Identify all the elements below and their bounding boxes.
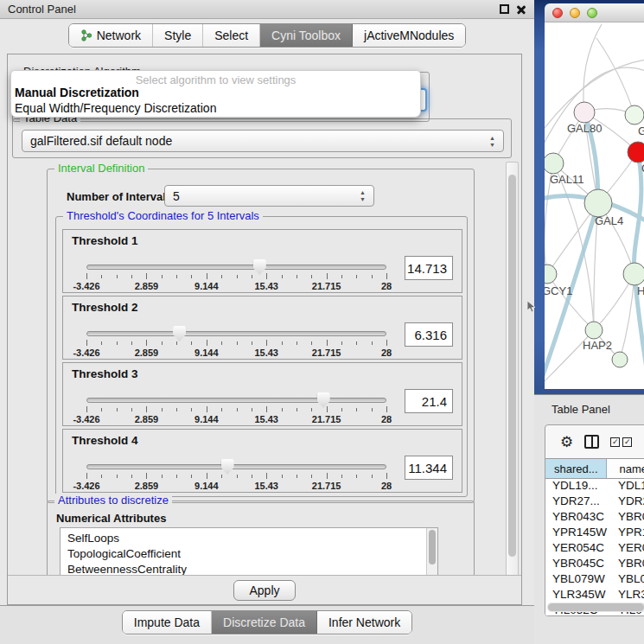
slider-track[interactable] <box>86 398 386 403</box>
checkbox-icon[interactable]: ✓ <box>610 437 620 447</box>
network-node[interactable] <box>585 322 603 339</box>
table-body: YDL19...YDL1YDR27...YDR2YBR043CYBR0YPR14… <box>545 479 644 616</box>
table-data-combo[interactable]: galFiltered.sif default node ▲▼ <box>22 130 504 152</box>
combo-stepper-icon: ▲▼ <box>360 189 366 202</box>
scale-label: 21.715 <box>312 281 341 291</box>
table-row[interactable]: YPR145WYPR1 <box>545 526 644 541</box>
tab-infer-network[interactable]: Infer Network <box>317 611 411 634</box>
node-label: GAL80 <box>567 122 602 135</box>
network-node[interactable] <box>545 265 557 284</box>
scale-label: 2.859 <box>135 348 159 358</box>
table-cell[interactable]: YBR045C <box>545 557 609 572</box>
algorithm-option-manual[interactable]: Manual Discretization <box>11 85 420 100</box>
table-header-cell-name[interactable]: name <box>607 459 644 478</box>
scale-label: 2.859 <box>135 281 159 291</box>
table-row[interactable]: YER054CYER0 <box>545 541 644 557</box>
scale-label: 9.144 <box>194 348 219 358</box>
list-scrollbar[interactable] <box>426 528 437 577</box>
network-node[interactable] <box>625 105 644 124</box>
table-cell[interactable]: YBR0 <box>609 557 644 572</box>
network-node[interactable] <box>623 263 644 285</box>
scrollbar-thumb[interactable] <box>508 175 516 557</box>
combo-stepper-icon: ▲▼ <box>489 135 495 148</box>
network-icon <box>80 29 92 41</box>
table-row[interactable]: YLR345WYLR3 <box>545 588 644 603</box>
table-cell[interactable]: YBR0 <box>609 510 644 526</box>
scale-label: -3.426 <box>73 348 99 358</box>
traffic-light-minimize-icon[interactable] <box>570 8 580 18</box>
table-cell[interactable]: YER054C <box>545 541 609 557</box>
table-cell[interactable]: YER0 <box>609 541 644 557</box>
right-pane: GAL80 GA C GAL11 GAL4 GCY1 H HAP2 Table … <box>534 0 644 644</box>
network-window-frame: GAL80 GA C GAL11 GAL4 GCY1 H HAP2 <box>534 0 644 394</box>
vertical-scrollbar[interactable] <box>506 162 519 577</box>
tab-discretize-data[interactable]: Discretize Data <box>212 611 317 634</box>
slider-track[interactable] <box>86 464 386 469</box>
threshold-value-field[interactable]: 21.4 <box>405 389 453 413</box>
checkbox-icon[interactable]: ✓ <box>622 437 632 447</box>
threshold-value-field[interactable]: 11.344 <box>405 456 453 480</box>
number-of-intervals-combo[interactable]: 5 ▲▼ <box>164 185 374 207</box>
tab-select[interactable]: Select <box>203 24 260 47</box>
table-row[interactable]: YBL079WYBL0 <box>545 572 644 588</box>
network-canvas[interactable]: GAL80 GA C GAL11 GAL4 GCY1 H HAP2 <box>545 22 644 389</box>
table-row[interactable]: YBR045CYBR0 <box>545 557 644 572</box>
traffic-light-close-icon[interactable] <box>552 8 563 18</box>
table-panel-box: ⚙ ✓ ✓ shared... name YDL19...YDL1YDR27..… <box>545 424 644 616</box>
table-cell[interactable]: YLR3 <box>609 588 644 603</box>
table-cell[interactable]: YDL1 <box>609 479 644 494</box>
float-window-icon[interactable] <box>500 4 509 14</box>
scale-label: 2.859 <box>135 414 159 424</box>
horizontal-scrollbar[interactable] <box>547 603 644 612</box>
threshold-value-field[interactable]: 14.713 <box>405 256 453 280</box>
table-cell[interactable]: YPR145W <box>545 526 609 541</box>
table-cell[interactable]: YBL079W <box>545 572 609 588</box>
gear-icon[interactable]: ⚙ <box>560 435 573 450</box>
tab-cyni-toolbox[interactable]: Cyni Toolbox <box>260 24 353 47</box>
threshold-2-panel: Threshold 2 -3.4262.8599.14415.4321.7152… <box>62 296 462 360</box>
tab-style[interactable]: Style <box>153 24 203 47</box>
close-icon[interactable] <box>516 4 526 15</box>
table-cell[interactable]: YDR2 <box>609 494 644 510</box>
tab-network[interactable]: Network <box>69 24 153 47</box>
table-cell[interactable]: YLR345W <box>545 588 609 603</box>
apply-button[interactable]: Apply <box>233 580 295 601</box>
table-row[interactable]: YDR27...YDR2 <box>545 494 644 510</box>
network-node[interactable] <box>574 102 595 123</box>
tab-cyni-toolbox-label: Cyni Toolbox <box>271 29 341 42</box>
table-cell[interactable]: YDR27... <box>545 494 609 510</box>
network-node[interactable] <box>545 153 564 174</box>
threshold-value-field[interactable]: 6.316 <box>405 322 453 347</box>
list-item[interactable]: TopologicalCoefficient <box>61 546 437 562</box>
scale-label: 28 <box>381 481 392 491</box>
tab-impute-data[interactable]: Impute Data <box>123 611 212 634</box>
slider-track[interactable] <box>86 331 386 336</box>
slider-scale: -3.4262.8599.14415.4321.71528 <box>86 481 386 491</box>
table-cell[interactable]: YDL19... <box>545 479 609 494</box>
algorithm-option-equal-width[interactable]: Equal Width/Frequency Discretization <box>11 100 420 116</box>
slider-track[interactable] <box>86 265 386 270</box>
tab-jactivemnodules-label: jActiveMNodules <box>364 29 454 42</box>
tab-style-label: Style <box>164 29 191 42</box>
slider-scale: -3.4262.8599.14415.4321.71528 <box>86 281 386 291</box>
table-cell[interactable]: YBR043C <box>545 510 609 526</box>
network-node[interactable] <box>612 352 628 367</box>
traffic-light-zoom-icon[interactable] <box>587 8 597 18</box>
scrollbar-thumb[interactable] <box>548 603 644 611</box>
table-header-cell-shared[interactable]: shared... <box>545 459 607 478</box>
list-item[interactable]: SelfLoops <box>61 531 437 546</box>
network-node[interactable] <box>584 189 612 217</box>
column-selector-icon[interactable] <box>584 435 599 449</box>
tab-select-label: Select <box>214 29 248 42</box>
table-row[interactable]: YBR043CYBR0 <box>545 510 644 526</box>
tab-jactivemnodules[interactable]: jActiveMNodules <box>353 24 465 47</box>
interval-definition-group-title: Interval Definition <box>54 162 148 175</box>
table-cell[interactable]: YPR1 <box>609 526 644 541</box>
thresholds-group-title: Threshold's Coordinates for 5 Intervals <box>63 209 263 222</box>
table-cell[interactable]: YBL0 <box>609 572 644 588</box>
table-header-row: shared... name <box>545 458 644 479</box>
numerical-attributes-list[interactable]: SelfLoopsTopologicalCoefficientBetweenne… <box>60 527 438 577</box>
tab-network-label: Network <box>97 29 141 42</box>
network-node[interactable] <box>628 142 644 163</box>
table-row[interactable]: YDL19...YDL1 <box>545 479 644 494</box>
